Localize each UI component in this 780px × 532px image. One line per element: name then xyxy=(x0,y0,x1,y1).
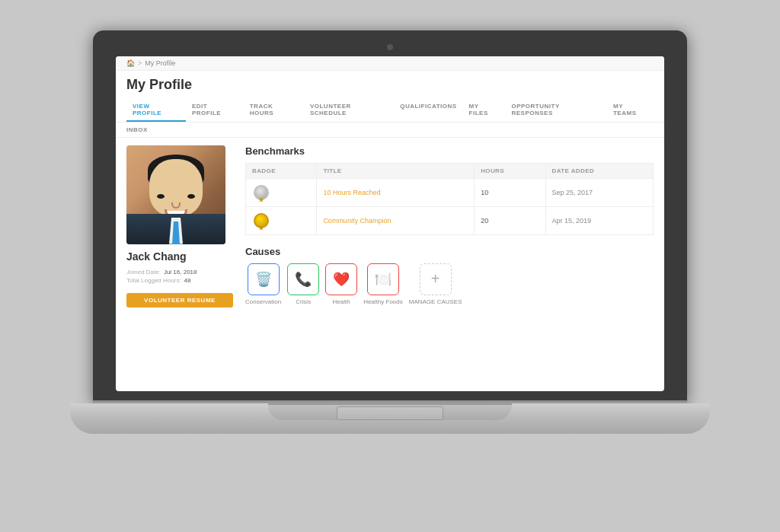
right-panel: Benchmarks BADGE TITLE HOURS DATE ADDED xyxy=(245,145,654,391)
title-cell-2[interactable]: Community Champion xyxy=(317,206,475,234)
tab-opportunity-responses[interactable]: OPPORTUNITY RESPONSES xyxy=(505,99,607,122)
breadcrumb-separator: > xyxy=(138,59,142,67)
title-cell-1[interactable]: 10 Hours Reached xyxy=(317,178,475,206)
cause-manage[interactable]: + MANAGE CAUSES xyxy=(409,263,462,305)
screen-bezel: 🏠 > My Profile My Profile VIEW PROFILE E… xyxy=(93,30,687,403)
avatar-head xyxy=(149,159,203,216)
cause-manage-label: MANAGE CAUSES xyxy=(409,298,462,305)
tab-volunteer-schedule[interactable]: VOLUNTEER SCHEDULE xyxy=(304,99,394,122)
tab-my-files[interactable]: MY FILES xyxy=(463,99,506,122)
tab-qualifications[interactable]: QUALIFICATIONS xyxy=(394,99,462,122)
cause-healthy-foods-label: Healthy Foods xyxy=(363,298,403,305)
benchmark-link-2[interactable]: Community Champion xyxy=(323,217,391,225)
causes-grid: 🗑️ Conservation 📞 Crisis xyxy=(245,263,654,305)
main-content: Jack Chang Joined Date: Jul 16, 2018 Tot… xyxy=(116,138,664,391)
cause-healthy-foods[interactable]: 🍽️ Healthy Foods xyxy=(363,263,403,305)
col-title: TITLE xyxy=(317,163,475,178)
hours-cell-2: 20 xyxy=(475,206,545,234)
breadcrumb: 🏠 > My Profile xyxy=(116,56,664,71)
health-icon: ❤️ xyxy=(333,271,350,288)
camera xyxy=(387,44,393,50)
benchmarks-title: Benchmarks xyxy=(245,145,654,157)
breadcrumb-home-icon[interactable]: 🏠 xyxy=(126,59,135,67)
causes-title: Causes xyxy=(245,246,654,257)
badge-icon-silver xyxy=(252,183,270,202)
avatar-left-eye xyxy=(157,194,165,199)
laptop-trackpad xyxy=(337,406,443,420)
nav-tabs-row1: VIEW PROFILE EDIT PROFILE TRACK HOURS VO… xyxy=(126,99,654,122)
screen-content: 🏠 > My Profile My Profile VIEW PROFILE E… xyxy=(116,56,664,391)
col-date-added: DATE ADDED xyxy=(545,163,653,178)
cause-manage-icon-box: + xyxy=(420,263,452,295)
page-title: My Profile xyxy=(126,77,654,93)
cause-conservation-icon-box: 🗑️ xyxy=(248,263,280,295)
col-badge: BADGE xyxy=(246,163,317,178)
user-hours-row: Total Logged Hours: 48 xyxy=(126,277,233,284)
cause-health-label: Health xyxy=(333,298,350,305)
col-hours: HOURS xyxy=(475,163,545,178)
table-row: Community Champion 20 Apr 15, 2019 xyxy=(246,206,654,234)
benchmarks-table: BADGE TITLE HOURS DATE ADDED xyxy=(245,163,654,235)
cause-health[interactable]: ❤️ Health xyxy=(325,263,357,305)
causes-section: Causes 🗑️ Conservation xyxy=(245,246,654,305)
joined-value: Jul 16, 2018 xyxy=(164,269,197,276)
cause-crisis[interactable]: 📞 Crisis xyxy=(287,263,319,305)
cause-conservation-label: Conservation xyxy=(245,298,281,305)
tab-edit-profile[interactable]: EDIT PROFILE xyxy=(186,99,244,122)
date-cell-2: Apr 15, 2019 xyxy=(545,206,653,234)
cause-crisis-icon-box: 📞 xyxy=(287,263,319,295)
silver-badge xyxy=(254,185,269,200)
hours-cell-1: 10 xyxy=(475,178,545,206)
laptop-screen: 🏠 > My Profile My Profile VIEW PROFILE E… xyxy=(116,56,664,391)
avatar xyxy=(126,145,225,244)
benchmark-link-1[interactable]: 10 Hours Reached xyxy=(323,189,380,196)
badge-icon-gold xyxy=(252,212,270,230)
healthy-foods-icon: 🍽️ xyxy=(375,271,392,288)
cause-health-icon-box: ❤️ xyxy=(325,263,357,295)
hours-value: 48 xyxy=(184,277,191,284)
page-header: My Profile VIEW PROFILE EDIT PROFILE TRA… xyxy=(116,71,664,123)
badge-cell-1 xyxy=(246,178,317,206)
hours-label: Total Logged Hours: xyxy=(126,277,181,284)
laptop-base xyxy=(70,403,710,434)
tab-view-profile[interactable]: VIEW PROFILE xyxy=(126,99,186,122)
cause-conservation[interactable]: 🗑️ Conservation xyxy=(245,263,281,305)
benchmarks-section: Benchmarks BADGE TITLE HOURS DATE ADDED xyxy=(245,145,654,235)
laptop-base-inner xyxy=(268,403,512,420)
crisis-icon: 📞 xyxy=(295,271,312,288)
joined-label: Joined Date: xyxy=(126,269,161,276)
volunteer-resume-button[interactable]: VOLUNTEER RESUME xyxy=(126,293,233,307)
badge-cell-2 xyxy=(246,206,317,234)
avatar-right-eye xyxy=(187,194,195,199)
breadcrumb-current: My Profile xyxy=(145,59,175,67)
left-panel: Jack Chang Joined Date: Jul 16, 2018 Tot… xyxy=(126,145,233,391)
nav-tabs-row2: INBOX xyxy=(116,123,664,138)
user-name: Jack Chang xyxy=(126,250,233,263)
avatar-eyes xyxy=(157,194,195,199)
avatar-suit xyxy=(126,214,225,244)
date-cell-1: Sep 25, 2017 xyxy=(545,178,653,206)
user-joined-row: Joined Date: Jul 16, 2018 xyxy=(126,269,233,276)
tab-my-teams[interactable]: MY TEAMS xyxy=(607,99,654,122)
laptop-mockup: 🏠 > My Profile My Profile VIEW PROFILE E… xyxy=(93,30,687,502)
manage-causes-icon: + xyxy=(431,270,440,288)
tab-inbox[interactable]: INBOX xyxy=(126,123,148,137)
tab-track-hours[interactable]: TRACK HOURS xyxy=(244,99,304,122)
cause-crisis-label: Crisis xyxy=(296,298,311,305)
conservation-icon: 🗑️ xyxy=(255,271,272,288)
gold-badge xyxy=(254,213,269,228)
cause-healthy-foods-icon-box: 🍽️ xyxy=(367,263,399,295)
table-row: 10 Hours Reached 10 Sep 25, 2017 xyxy=(246,178,654,206)
avatar-nose xyxy=(171,202,181,209)
